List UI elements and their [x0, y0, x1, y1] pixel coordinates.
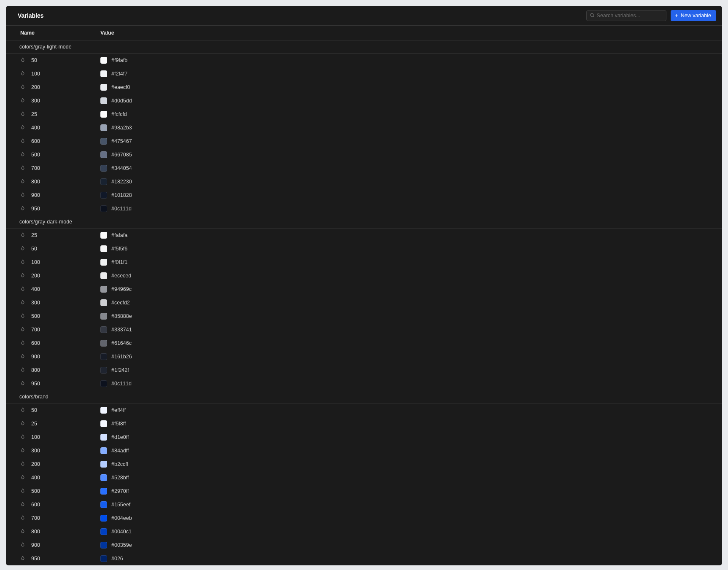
variable-row[interactable]: 600#61646c — [6, 336, 722, 350]
variable-row[interactable]: 500#85888e — [6, 309, 722, 323]
variable-row[interactable]: 100#f0f1f1 — [6, 255, 722, 269]
variable-row[interactable]: 800#182230 — [6, 175, 722, 188]
color-variable-icon — [20, 367, 25, 374]
variable-name-cell: 25 — [20, 111, 100, 118]
variable-name-cell: 500 — [20, 313, 100, 320]
variable-name-cell: 800 — [20, 367, 100, 374]
search-input[interactable] — [586, 10, 666, 21]
color-variable-icon — [20, 340, 25, 347]
variable-name-cell: 50 — [20, 57, 100, 64]
variable-row[interactable]: 100#f2f4f7 — [6, 67, 722, 81]
new-variable-button[interactable]: + New variable — [671, 10, 716, 21]
variable-value-cell: #cecfd2 — [100, 299, 716, 306]
variable-row[interactable]: 200#ececed — [6, 269, 722, 282]
color-variable-icon — [20, 556, 25, 562]
variable-name: 200 — [31, 84, 40, 90]
variable-row[interactable]: 400#98a2b3 — [6, 121, 722, 134]
variable-row[interactable]: 900#101828 — [6, 188, 722, 202]
color-swatch — [100, 542, 107, 548]
group-header[interactable]: colors/gray-dark-mode — [6, 215, 722, 229]
column-headers: Name Value — [6, 26, 722, 40]
color-hex: #85888e — [111, 313, 132, 319]
variable-row[interactable]: 600#475467 — [6, 134, 722, 148]
color-hex: #528bff — [111, 475, 129, 481]
variable-row[interactable]: 100#d1e0ff — [6, 430, 722, 444]
variable-row[interactable]: 300#84adff — [6, 444, 722, 457]
color-swatch — [100, 299, 107, 306]
variable-row[interactable]: 900#00359e — [6, 538, 722, 552]
variable-row[interactable]: 50#f9fafb — [6, 54, 722, 67]
color-hex: #2970ff — [111, 488, 129, 494]
variable-row[interactable]: 50#eff4ff — [6, 403, 722, 417]
color-swatch — [100, 380, 107, 387]
variable-name-cell: 500 — [20, 152, 100, 158]
color-variable-icon — [20, 165, 25, 172]
variable-row[interactable]: 700#004eeb — [6, 511, 722, 525]
variable-value-cell: #ececed — [100, 272, 716, 279]
color-hex: #026 — [111, 556, 123, 562]
variable-name: 800 — [31, 529, 40, 535]
variable-row[interactable]: 200#eaecf0 — [6, 81, 722, 94]
variable-value-cell: #0040c1 — [100, 528, 716, 535]
variable-value-cell: #f5f5f6 — [100, 245, 716, 252]
variable-name: 500 — [31, 313, 40, 319]
group-header[interactable]: colors/gray-light-mode — [6, 40, 722, 54]
variable-row[interactable]: 400#94969c — [6, 282, 722, 296]
variable-name-cell: 950 — [20, 206, 100, 212]
variable-row[interactable]: 200#b2ccff — [6, 457, 722, 471]
variable-row[interactable]: 25#fcfcfd — [6, 108, 722, 121]
variable-row[interactable]: 950#026 — [6, 552, 722, 565]
variable-row[interactable]: 25#f5f8ff — [6, 417, 722, 430]
group-header[interactable]: colors/brand — [6, 390, 722, 403]
variable-row[interactable]: 25#fafafa — [6, 229, 722, 242]
plus-icon: + — [675, 13, 678, 19]
variable-value-cell: #f0f1f1 — [100, 259, 716, 266]
variable-row[interactable]: 700#344054 — [6, 161, 722, 175]
variable-name: 600 — [31, 138, 40, 144]
color-variable-icon — [20, 502, 25, 508]
variable-value-cell: #85888e — [100, 313, 716, 320]
color-variable-icon — [20, 381, 25, 387]
variable-row[interactable]: 400#528bff — [6, 471, 722, 484]
color-swatch — [100, 138, 107, 145]
color-hex: #161b26 — [111, 354, 132, 360]
variable-row[interactable]: 600#155eef — [6, 498, 722, 511]
variable-row[interactable]: 300#cecfd2 — [6, 296, 722, 309]
variable-name-cell: 50 — [20, 407, 100, 414]
variable-row[interactable]: 300#d0d5dd — [6, 94, 722, 108]
color-hex: #667085 — [111, 152, 132, 158]
variable-value-cell: #fcfcfd — [100, 111, 716, 118]
color-swatch — [100, 84, 107, 91]
groups-container: colors/gray-light-mode50#f9fafb100#f2f4f… — [6, 40, 722, 565]
variable-name-cell: 25 — [20, 421, 100, 427]
color-variable-icon — [20, 407, 25, 414]
color-hex: #f9fafb — [111, 57, 127, 63]
variable-row[interactable]: 500#667085 — [6, 148, 722, 161]
variable-value-cell: #d1e0ff — [100, 434, 716, 441]
variable-row[interactable]: 500#2970ff — [6, 484, 722, 498]
variable-row[interactable]: 800#1f242f — [6, 363, 722, 377]
variable-row[interactable]: 800#0040c1 — [6, 525, 722, 538]
color-hex: #f5f8ff — [111, 421, 126, 427]
variable-name: 700 — [31, 327, 40, 333]
variable-row[interactable]: 950#0c111d — [6, 202, 722, 215]
variable-row[interactable]: 700#333741 — [6, 323, 722, 336]
variable-name-cell: 800 — [20, 179, 100, 185]
variable-name-cell: 500 — [20, 488, 100, 495]
color-hex: #475467 — [111, 138, 132, 144]
variable-value-cell: #f5f8ff — [100, 420, 716, 427]
color-swatch — [100, 205, 107, 212]
color-variable-icon — [20, 313, 25, 320]
variable-name-cell: 900 — [20, 542, 100, 548]
variable-row[interactable]: 900#161b26 — [6, 350, 722, 363]
variable-name: 900 — [31, 354, 40, 360]
color-hex: #004eeb — [111, 515, 132, 521]
variable-row[interactable]: 50#f5f5f6 — [6, 242, 722, 255]
color-swatch — [100, 461, 107, 468]
variable-name: 25 — [31, 111, 37, 117]
color-swatch — [100, 57, 107, 64]
variable-name-cell: 900 — [20, 192, 100, 199]
variable-name: 200 — [31, 273, 40, 279]
variable-row[interactable]: 950#0c111d — [6, 377, 722, 390]
variable-value-cell: #00359e — [100, 542, 716, 548]
